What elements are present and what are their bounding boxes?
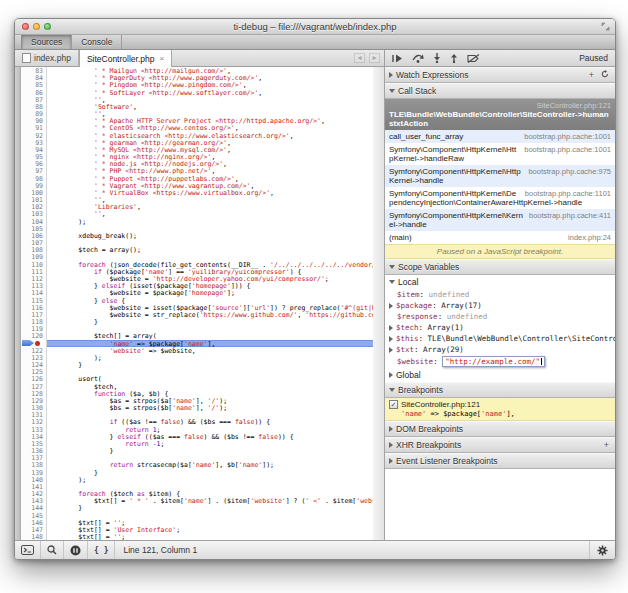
gutter-line-120[interactable]: 120 [21, 332, 46, 339]
gutter-line-106[interactable]: 106 [21, 232, 46, 239]
code-line-146[interactable]: $txt[] = ''; [47, 519, 373, 526]
gutter-line-116[interactable]: 116 [21, 304, 46, 311]
code-line-139[interactable]: } [47, 469, 373, 476]
gutter-line-83[interactable]: 83 [21, 67, 46, 74]
breakpoint-checkbox[interactable]: ✓ [389, 400, 398, 409]
gutter-line-129[interactable]: 129 [21, 397, 46, 404]
step-into-button[interactable] [433, 53, 441, 63]
gutter-line-87[interactable]: 87 [21, 96, 46, 103]
gutter-line-117[interactable]: 117 [21, 311, 46, 318]
code-line-131[interactable] [47, 411, 373, 418]
disclosure-triangle-icon[interactable] [389, 325, 393, 331]
call-stack-frame[interactable]: bootstrap.php.cache:411Symfony\Component… [385, 209, 615, 231]
code-line-142[interactable]: foreach ($tech as $item) { [47, 490, 373, 497]
gutter-line-108[interactable]: 108 [21, 246, 46, 253]
tab-console[interactable]: Console [72, 35, 122, 49]
code-line-134[interactable]: } elseif (($as === false) && ($bs !== fa… [47, 433, 373, 440]
variable-response[interactable]: $response: undefined [385, 311, 615, 322]
code-line-145[interactable] [47, 512, 373, 519]
gutter-line-91[interactable]: 91 [21, 124, 46, 131]
call-stack-frame[interactable]: index.php:24(main) [385, 231, 615, 244]
gutter-line-127[interactable]: 127 [21, 383, 46, 390]
code-line-100[interactable]: ' * VirtualBox <https://www.virtualbox.o… [47, 189, 373, 196]
variable-package[interactable]: $package: Array(17) [385, 300, 615, 311]
disclosure-triangle-icon[interactable] [389, 89, 395, 93]
gutter-line-105[interactable]: 105 [21, 225, 46, 232]
code-line-107[interactable] [47, 239, 373, 246]
gutter-line-101[interactable]: 101 [21, 196, 46, 203]
code-line-141[interactable] [47, 483, 373, 490]
disclosure-triangle-icon[interactable] [389, 303, 393, 309]
step-over-button[interactable] [412, 54, 424, 63]
breakpoints-header[interactable]: Breakpoints [385, 382, 615, 398]
code-line-116[interactable]: $website = isset($package['source']['url… [47, 304, 373, 311]
code-line-95[interactable]: ' * nginx <http://nginx.org/>', [47, 153, 373, 160]
gutter-line-111[interactable]: 111 [21, 268, 46, 275]
pretty-print-button[interactable]: { } [88, 541, 115, 559]
gutter-line-102[interactable]: 102 [21, 203, 46, 210]
minimize-window-icon[interactable] [33, 23, 40, 30]
call-stack-frame[interactable]: SiteController.php:121TLE\Bundle\WebBund… [385, 99, 615, 130]
code-line-132[interactable]: if (($as !== false) && ($bs === false)) … [47, 418, 373, 425]
gutter-line-145[interactable]: 145 [21, 512, 46, 519]
file-tab-index-php[interactable]: index.php [15, 50, 79, 66]
variable-item[interactable]: $item: undefined [385, 289, 615, 300]
code-line-136[interactable]: } [47, 447, 373, 454]
add-watch-expression-icon[interactable]: + [587, 71, 596, 80]
search-icon[interactable] [41, 541, 64, 559]
gutter-line-118[interactable]: 118 [21, 318, 46, 325]
gutter-line-93[interactable]: 93 [21, 139, 46, 146]
disclosure-triangle-icon[interactable] [389, 336, 393, 342]
gutter-line-133[interactable]: 133 [21, 426, 46, 433]
code-line-138[interactable]: return strcasecmp($a['name'], $b['name']… [47, 461, 373, 468]
disclosure-triangle-icon[interactable] [389, 426, 393, 432]
code-line-109[interactable] [47, 253, 373, 260]
gutter-line-144[interactable]: 144 [21, 504, 46, 511]
gutter-line-148[interactable]: 148 [21, 533, 46, 540]
variable-txt[interactable]: $txt: Array(29) [385, 344, 615, 355]
code-line-91[interactable]: ' * CentOS <http://www.centos.org/>', [47, 124, 373, 131]
gutter-line-110[interactable]: 110 [21, 261, 46, 268]
code-line-120[interactable]: $tech[] = array( [47, 332, 373, 339]
code-line-111[interactable]: if ($package['name'] == 'yuilibrary/yuic… [47, 268, 373, 275]
gutter-line-115[interactable]: 115 [21, 297, 46, 304]
code-line-114[interactable]: $website = $package['homepage']; [47, 289, 373, 296]
gutter-line-89[interactable]: 89 [21, 110, 46, 117]
xhr-breakpoints-header[interactable]: XHR Breakpoints + [385, 437, 615, 453]
gutter-line-131[interactable]: 131 [21, 411, 46, 418]
gutter-line-112[interactable]: 112 [21, 275, 46, 282]
file-tab-sitecontroller-php[interactable]: SiteController.php × [79, 50, 172, 67]
gutter-line-103[interactable]: 103 [21, 210, 46, 217]
code-line-99[interactable]: ' * Vagrant <http://www.vagrantup.com/>'… [47, 182, 373, 189]
code-line-104[interactable]: ); [47, 218, 373, 225]
code-line-124[interactable]: } [47, 361, 373, 368]
code-line-121[interactable]: 'name' => $package['name'], [47, 340, 373, 347]
code-line-123[interactable]: ); [47, 354, 373, 361]
code-line-117[interactable]: $website = str_replace('https://www.gith… [47, 311, 373, 318]
code-line-98[interactable]: ' * Puppet <http://puppetlabs.com/>', [47, 175, 373, 182]
code-line-106[interactable]: xdebug_break(); [47, 232, 373, 239]
code-line-88[interactable]: 'Software', [47, 103, 373, 110]
deactivate-breakpoints-button[interactable] [467, 54, 480, 63]
gutter-line-86[interactable]: 86 [21, 89, 46, 96]
code-line-135[interactable]: return -1; [47, 440, 373, 447]
gutter-line-146[interactable]: 146 [21, 519, 46, 526]
gutter-line-135[interactable]: 135 [21, 440, 46, 447]
tab-sources[interactable]: Sources [21, 35, 72, 49]
watch-expressions-header[interactable]: Watch Expressions + [385, 67, 615, 83]
disclosure-triangle-icon[interactable] [389, 265, 395, 269]
code-line-147[interactable]: $txt[] = 'User Interface'; [47, 526, 373, 533]
code-line-94[interactable]: ' * MySQL <http://www.mysql.com/>', [47, 146, 373, 153]
code-line-87[interactable]: '', [47, 96, 373, 103]
code-line-112[interactable]: $website = 'http://developer.yahoo.com/y… [47, 275, 373, 282]
disclosure-triangle-icon[interactable] [389, 347, 393, 353]
call-stack-frame[interactable]: bootstrap.php.cache:1101Symfony\Componen… [385, 187, 615, 209]
breakpoint-entry[interactable]: ✓SiteController.php:121'name' => $packag… [385, 398, 615, 421]
gutter-line-126[interactable]: 126 [21, 375, 46, 382]
gutter-line-88[interactable]: 88 [21, 103, 46, 110]
code-line-97[interactable]: ' * PHP <http://www.php.net/>', [47, 167, 373, 174]
code-line-102[interactable]: 'Libraries', [47, 203, 373, 210]
code-line-90[interactable]: ' * Apache HTTP Server Project <http://h… [47, 117, 373, 124]
step-out-button[interactable] [450, 53, 458, 63]
gutter-line-122[interactable]: 122 [21, 347, 46, 354]
